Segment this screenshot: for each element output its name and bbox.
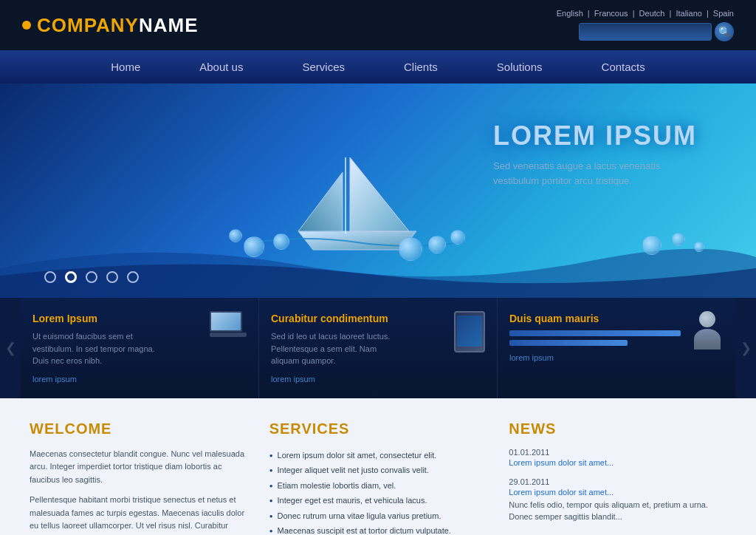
main-content: WELCOME Maecenas consectetur blandit con…: [0, 398, 756, 536]
feature-icon-tablet: [454, 311, 485, 352]
person-head: [699, 311, 715, 327]
search-input[interactable]: [579, 23, 712, 41]
nav-clients[interactable]: Clients: [374, 50, 467, 84]
logo-name: NAME: [139, 14, 199, 36]
hero-content: LOREM IPSUM Sed venenatis augue a lacus …: [493, 120, 697, 188]
language-bar: English | Francous | Deutch | Italiano |…: [557, 9, 734, 18]
logo-text: COMPANYNAME: [37, 14, 199, 37]
services-column: SERVICES Lorem ipsum dolor sit amet, con…: [269, 420, 487, 536]
carousel-dot-1[interactable]: [44, 271, 56, 283]
news-column: NEWS 01.01.2011 Lorem ipsum dolor sit am…: [509, 420, 726, 536]
water-drop: [642, 236, 662, 255]
water-drop: [450, 230, 465, 245]
progress-bar-1: [509, 330, 681, 336]
water-drop: [672, 233, 685, 246]
feature-link-3[interactable]: lorem ipsum: [509, 353, 724, 362]
hero-section: LOREM IPSUM Sed venenatis augue a lacus …: [0, 84, 756, 298]
welcome-para-2: Pellentesque habitant morbi tristique se…: [30, 494, 247, 535]
news-item-1: 01.01.2011 Lorem ipsum dolor sit amet...: [509, 448, 726, 467]
services-list: Lorem ipsum dolor sit amet, consectetur …: [269, 448, 487, 536]
service-item-5: Donec rutrum urna vitae ligula varius pr…: [269, 508, 487, 524]
service-item-1: Lorem ipsum dolor sit amet, consectetur …: [269, 448, 487, 463]
header: COMPANYNAME English | Francous | Deutch …: [0, 0, 756, 50]
service-item-3: Etiam molestie lobortis diam, vel.: [269, 478, 487, 494]
water-drop: [428, 236, 446, 253]
welcome-column: WELCOME Maecenas consectetur blandit con…: [30, 420, 247, 536]
news-link-2[interactable]: Lorem ipsum dolor sit amet...: [509, 488, 726, 497]
feature-link-1[interactable]: lorem ipsum: [32, 375, 247, 384]
laptop-screen: [210, 311, 242, 332]
feature-icon-person: [691, 311, 724, 351]
svg-marker-2: [350, 157, 409, 231]
water-drop: [244, 236, 264, 257]
carousel-dot-3[interactable]: [86, 271, 97, 283]
water-drop: [694, 242, 704, 252]
news-title: NEWS: [509, 420, 726, 437]
nav-home[interactable]: Home: [81, 50, 170, 84]
header-right: English | Francous | Deutch | Italiano |…: [557, 9, 734, 41]
person-icon: [691, 311, 724, 351]
carousel-dots: [44, 271, 139, 283]
feature-item-3: Duis quam mauris lorem ipsum: [498, 298, 735, 398]
logo-dot: [22, 21, 31, 30]
hero-description: Sed venenatis augue a lacus venenatis ve…: [493, 159, 670, 188]
nav-services[interactable]: Services: [272, 50, 374, 84]
news-date-2: 29.01.2011: [509, 477, 726, 486]
news-item-2: 29.01.2011 Lorem ipsum dolor sit amet...…: [509, 477, 726, 523]
progress-bar-2: [509, 340, 628, 346]
person-body: [694, 329, 721, 350]
services-title: SERVICES: [269, 420, 487, 437]
carousel-dot-2[interactable]: [65, 271, 77, 283]
laptop-icon: [210, 311, 247, 338]
feature-item-1: Lorem Ipsum Ut euismod faucibus sem et v…: [21, 298, 259, 398]
water-drop: [399, 237, 422, 261]
feature-desc-2: Sed id leo ut lacus laoreet luctus. Pell…: [271, 330, 404, 367]
features-bar: ❮ Lorem Ipsum Ut euismod faucibus sem et…: [0, 298, 756, 398]
search-bar: 🔍: [579, 22, 734, 41]
feature-title-2: Curabitur condimentum: [271, 313, 485, 324]
search-button[interactable]: 🔍: [715, 22, 734, 41]
nav-contacts[interactable]: Contacts: [572, 50, 675, 84]
service-item-4: Integer eget est mauris, et vehicula lac…: [269, 493, 487, 508]
tablet-screen: [457, 316, 482, 347]
welcome-title: WELCOME: [30, 420, 247, 437]
feature-link-2[interactable]: lorem ipsum: [271, 375, 485, 384]
nav-solutions[interactable]: Solutions: [467, 50, 572, 84]
hero-title: LOREM IPSUM: [493, 120, 697, 151]
news-link-1[interactable]: Lorem ipsum dolor sit amet...: [509, 458, 726, 467]
feature-icon-laptop: [210, 311, 247, 338]
tablet-icon: [454, 311, 485, 352]
features-next-arrow[interactable]: ❯: [735, 298, 756, 398]
water-drop: [273, 234, 289, 250]
paper-boat-svg: [254, 128, 461, 276]
carousel-dot-4[interactable]: [106, 271, 118, 283]
logo: COMPANYNAME: [22, 14, 199, 37]
feature-item-2: Curabitur condimentum Sed id leo ut lacu…: [259, 298, 498, 398]
hero-boat: [254, 128, 461, 279]
carousel-dot-5[interactable]: [127, 271, 139, 283]
service-item-2: Integer aliquet velit net justo convalis…: [269, 463, 487, 478]
svg-marker-1: [298, 172, 343, 231]
welcome-para-1: Maecenas consectetur blandit congue. Nun…: [30, 448, 247, 487]
service-item-6: Maecenas suscipit est at tortor dictum v…: [269, 523, 487, 535]
water-drop: [229, 229, 242, 242]
news-date-1: 01.01.2011: [509, 448, 726, 457]
features-items: Lorem Ipsum Ut euismod faucibus sem et v…: [21, 298, 735, 398]
main-nav: Home About us Services Clients Solutions…: [0, 50, 756, 84]
feature-desc-1: Ut euismod faucibus sem et vestibulum. I…: [32, 330, 165, 367]
laptop-base: [210, 333, 247, 337]
features-prev-arrow[interactable]: ❮: [0, 298, 21, 398]
logo-company: COMPANY: [37, 14, 139, 36]
news-text-2: Nunc felis odio, tempor quis aliquam et,…: [509, 499, 726, 523]
nav-about[interactable]: About us: [170, 50, 272, 84]
